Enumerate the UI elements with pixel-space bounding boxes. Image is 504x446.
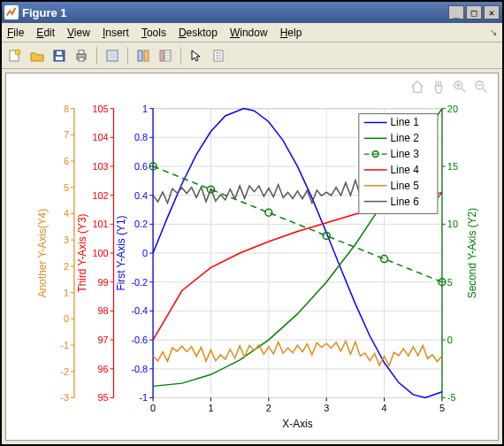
svg-line-22 — [462, 88, 466, 93]
svg-text:X-Axis: X-Axis — [282, 418, 312, 430]
svg-text:Third Y-Axis (Y3): Third Y-Axis (Y3) — [76, 213, 88, 292]
svg-text:98: 98 — [97, 305, 108, 316]
matlab-icon — [4, 5, 19, 19]
menu-help[interactable]: Help — [280, 27, 302, 39]
menu-file[interactable]: File — [7, 27, 24, 39]
svg-text:5: 5 — [64, 182, 69, 193]
svg-text:96: 96 — [97, 364, 108, 374]
svg-text:First Y-Axis (Y1): First Y-Axis (Y1) — [115, 215, 127, 290]
svg-text:Line 5: Line 5 — [390, 180, 419, 192]
open-button[interactable] — [27, 46, 47, 65]
svg-text:Line 6: Line 6 — [390, 196, 419, 208]
svg-text:104: 104 — [92, 132, 108, 142]
svg-text:-0.4: -0.4 — [131, 305, 148, 316]
print-button[interactable] — [72, 46, 91, 65]
menubar: File Edit View Insert Tools Desktop Wind… — [2, 23, 502, 42]
svg-text:-0.2: -0.2 — [131, 277, 148, 288]
maximize-button[interactable]: □ — [466, 5, 482, 19]
colorbar-button[interactable] — [156, 46, 175, 65]
svg-text:2: 2 — [64, 261, 69, 272]
svg-text:7: 7 — [64, 129, 69, 140]
svg-rect-9 — [109, 52, 116, 59]
pan-icon[interactable] — [431, 79, 447, 95]
svg-text:-1: -1 — [60, 340, 69, 350]
pointer-button[interactable] — [187, 46, 206, 65]
svg-text:0.6: 0.6 — [134, 161, 148, 172]
zoom-out-icon[interactable] — [473, 79, 489, 95]
svg-text:0: 0 — [447, 334, 453, 345]
menu-overflow-icon[interactable]: ↘ — [490, 27, 497, 37]
svg-rect-4 — [57, 51, 62, 55]
svg-text:-0.6: -0.6 — [131, 334, 148, 345]
svg-text:0: 0 — [142, 248, 148, 258]
svg-text:6: 6 — [64, 156, 69, 166]
svg-text:5: 5 — [447, 277, 453, 288]
svg-rect-12 — [160, 50, 164, 61]
zoom-in-icon[interactable] — [452, 79, 468, 95]
svg-text:Another Y-Axis(Y4): Another Y-Axis(Y4) — [36, 209, 49, 297]
svg-text:-3: -3 — [60, 392, 69, 403]
svg-text:5: 5 — [439, 403, 445, 413]
svg-rect-6 — [79, 50, 84, 54]
link-button[interactable] — [134, 46, 153, 65]
svg-rect-7 — [79, 58, 84, 61]
svg-text:1: 1 — [208, 403, 213, 413]
svg-text:0: 0 — [150, 403, 156, 413]
menu-desktop[interactable]: Desktop — [179, 27, 218, 39]
svg-rect-10 — [138, 50, 142, 61]
menu-tools[interactable]: Tools — [141, 27, 166, 39]
home-icon[interactable] — [409, 79, 425, 95]
close-button[interactable]: ✕ — [484, 5, 500, 19]
svg-text:4: 4 — [64, 208, 69, 219]
svg-text:1: 1 — [142, 104, 148, 114]
svg-text:103: 103 — [92, 161, 108, 172]
svg-text:-0.8: -0.8 — [131, 364, 148, 374]
titlebar[interactable]: Figure 1 _ □ ✕ — [2, 2, 502, 23]
svg-text:-2: -2 — [60, 366, 69, 377]
svg-text:0: 0 — [64, 313, 69, 324]
svg-text:105: 105 — [92, 104, 108, 114]
inspect-button[interactable] — [103, 46, 122, 65]
svg-text:-1: -1 — [139, 392, 148, 403]
menu-edit[interactable]: Edit — [36, 27, 55, 39]
new-figure-button[interactable] — [5, 46, 25, 65]
svg-text:10: 10 — [447, 219, 458, 229]
svg-text:-5: -5 — [447, 392, 456, 403]
svg-text:97: 97 — [97, 334, 108, 345]
svg-text:2: 2 — [266, 403, 271, 413]
figure-window: Figure 1 _ □ ✕ File Edit View Insert Too… — [0, 0, 504, 446]
svg-text:1: 1 — [64, 288, 69, 298]
axes[interactable]: 012345X-Axis-1-0.8-0.6-0.4-0.200.20.40.6… — [6, 73, 498, 440]
window-title: Figure 1 — [22, 6, 448, 19]
svg-text:0.4: 0.4 — [134, 190, 148, 201]
menu-window[interactable]: Window — [230, 27, 268, 39]
svg-text:20: 20 — [447, 104, 458, 114]
save-button[interactable] — [50, 46, 69, 65]
svg-text:15: 15 — [447, 161, 458, 172]
svg-text:Line 2: Line 2 — [390, 132, 418, 144]
toolbar — [2, 42, 502, 69]
svg-text:0.2: 0.2 — [134, 219, 148, 229]
svg-text:101: 101 — [92, 219, 108, 229]
svg-text:100: 100 — [92, 248, 108, 258]
svg-text:99: 99 — [97, 277, 108, 288]
menu-insert[interactable]: Insert — [103, 27, 129, 39]
svg-text:Line 3: Line 3 — [390, 148, 419, 160]
svg-text:102: 102 — [92, 190, 108, 201]
svg-text:Line 4: Line 4 — [390, 164, 419, 176]
svg-text:8: 8 — [64, 104, 69, 114]
svg-point-1 — [15, 50, 20, 55]
svg-text:4: 4 — [382, 403, 387, 413]
figure-canvas[interactable]: 012345X-Axis-1-0.8-0.6-0.4-0.200.20.40.6… — [5, 73, 499, 441]
menu-view[interactable]: View — [67, 27, 90, 39]
svg-line-26 — [483, 88, 487, 93]
annotation-button[interactable] — [209, 46, 228, 65]
svg-text:3: 3 — [64, 235, 69, 245]
svg-rect-3 — [56, 57, 63, 60]
minimize-button[interactable]: _ — [448, 5, 464, 19]
svg-text:0.8: 0.8 — [134, 132, 148, 142]
svg-text:95: 95 — [97, 392, 108, 403]
svg-rect-11 — [144, 50, 149, 61]
svg-text:Second Y-Axis (Y2): Second Y-Axis (Y2) — [466, 208, 478, 298]
svg-text:Line 1: Line 1 — [390, 116, 419, 128]
